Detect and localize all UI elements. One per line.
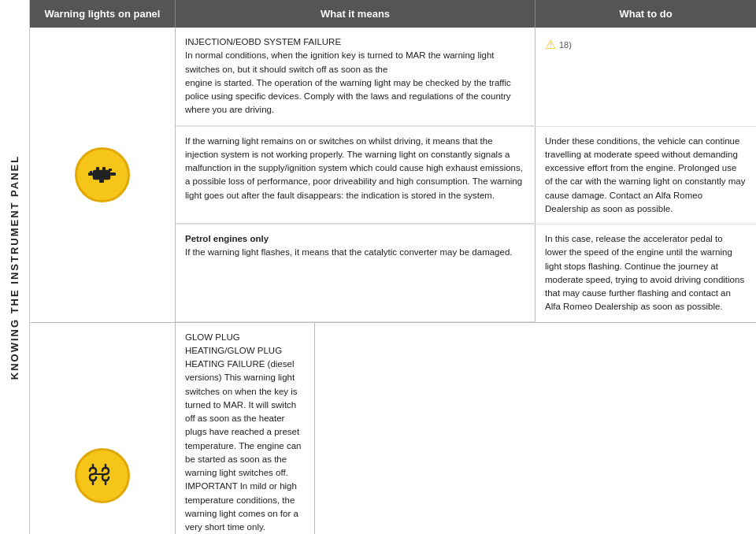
warning-triangle: ⚠ 18)	[545, 35, 572, 54]
section1-action3: In this case, release the accelerator pe…	[536, 224, 756, 322]
main-content: Warning lights on panel What it means Wh…	[30, 0, 756, 534]
header-col2: What it means	[176, 0, 536, 28]
table-header: Warning lights on panel What it means Wh…	[30, 0, 756, 28]
svg-rect-6	[99, 180, 104, 183]
engine-warning-icon	[75, 147, 130, 202]
section1-action1: ⚠ 18)	[536, 28, 756, 126]
section1-right: INJECTION/EOBD SYSTEM FAILURE In normal …	[176, 28, 756, 322]
glow-plug-icon	[75, 448, 130, 503]
section2-row: GLOW PLUG HEATING/GLOW PLUG HEATING FAIL…	[30, 323, 756, 535]
glow-icon-cell	[30, 323, 176, 535]
section1-meaning3: Petrol engines only If the warning light…	[176, 224, 536, 322]
svg-rect-3	[88, 172, 94, 176]
svg-rect-1	[96, 167, 99, 171]
section2-right: GLOW PLUG HEATING/GLOW PLUG HEATING FAIL…	[176, 323, 536, 535]
section1-subrow2: If the warning light remains on or switc…	[176, 127, 756, 225]
svg-rect-5	[109, 169, 112, 171]
svg-rect-0	[93, 170, 110, 180]
svg-rect-7	[90, 171, 92, 172]
svg-rect-4	[110, 172, 116, 176]
section1-meaning1: INJECTION/EOBD SYSTEM FAILURE In normal …	[176, 28, 536, 126]
engine-icon-cell	[30, 28, 176, 322]
sidebar-label: KNOWING THE INSTRUMENT PANEL	[9, 154, 20, 379]
section1-action2: Under these conditions, the vehicle can …	[536, 127, 756, 224]
section2-meaning1: GLOW PLUG HEATING/GLOW PLUG HEATING FAIL…	[176, 323, 315, 535]
header-col3: What to do	[536, 0, 756, 28]
section1-subrow3: Petrol engines only If the warning light…	[176, 224, 756, 322]
svg-rect-2	[102, 167, 106, 171]
section1-row: INJECTION/EOBD SYSTEM FAILURE In normal …	[30, 28, 756, 323]
section1-meaning2: If the warning light remains on or switc…	[176, 127, 536, 224]
header-col1: Warning lights on panel	[30, 0, 176, 28]
section2-subrow1: GLOW PLUG HEATING/GLOW PLUG HEATING FAIL…	[176, 323, 536, 535]
section1-subrow1: INJECTION/EOBD SYSTEM FAILURE In normal …	[176, 28, 756, 127]
section2-action1	[315, 323, 536, 535]
sidebar: KNOWING THE INSTRUMENT PANEL	[0, 0, 30, 534]
